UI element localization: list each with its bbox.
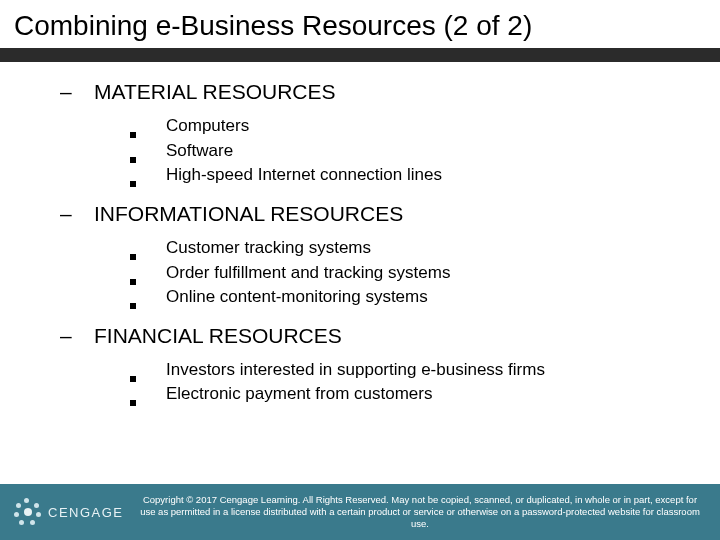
list-item: Electronic payment from customers [130, 382, 690, 407]
list-item-text: Online content-monitoring systems [166, 285, 428, 310]
cengage-starburst-icon [14, 498, 42, 526]
square-bullet-icon [130, 376, 136, 382]
sub-list: Customer tracking systems Order fulfillm… [60, 236, 690, 310]
square-bullet-icon [130, 303, 136, 309]
dash-bullet: – [60, 80, 94, 104]
section-heading: – FINANCIAL RESOURCES [60, 324, 690, 348]
brand-name: CENGAGE [48, 505, 124, 520]
section-heading-text: MATERIAL RESOURCES [94, 80, 336, 104]
list-item-text: Electronic payment from customers [166, 382, 432, 407]
list-item: Order fulfillment and tracking systems [130, 261, 690, 286]
list-item: Computers [130, 114, 690, 139]
dash-bullet: – [60, 324, 94, 348]
section-informational: – INFORMATIONAL RESOURCES Customer track… [60, 202, 690, 310]
list-item: High-speed Internet connection lines [130, 163, 690, 188]
square-bullet-icon [130, 157, 136, 163]
list-item: Software [130, 139, 690, 164]
title-underline [0, 48, 720, 62]
dash-bullet: – [60, 202, 94, 226]
list-item: Online content-monitoring systems [130, 285, 690, 310]
list-item: Customer tracking systems [130, 236, 690, 261]
content-area: – MATERIAL RESOURCES Computers Software … [0, 62, 720, 407]
list-item-text: Customer tracking systems [166, 236, 371, 261]
list-item-text: Computers [166, 114, 249, 139]
square-bullet-icon [130, 279, 136, 285]
section-heading-text: INFORMATIONAL RESOURCES [94, 202, 403, 226]
square-bullet-icon [130, 181, 136, 187]
square-bullet-icon [130, 400, 136, 406]
list-item-text: Software [166, 139, 233, 164]
section-heading: – MATERIAL RESOURCES [60, 80, 690, 104]
section-material: – MATERIAL RESOURCES Computers Software … [60, 80, 690, 188]
section-financial: – FINANCIAL RESOURCES Investors interest… [60, 324, 690, 407]
brand-logo: CENGAGE [0, 498, 130, 526]
sub-list: Computers Software High-speed Internet c… [60, 114, 690, 188]
section-heading-text: FINANCIAL RESOURCES [94, 324, 342, 348]
slide-title: Combining e-Business Resources (2 of 2) [0, 0, 720, 48]
sub-list: Investors interested in supporting e-bus… [60, 358, 690, 407]
square-bullet-icon [130, 254, 136, 260]
section-heading: – INFORMATIONAL RESOURCES [60, 202, 690, 226]
list-item: Investors interested in supporting e-bus… [130, 358, 690, 383]
list-item-text: High-speed Internet connection lines [166, 163, 442, 188]
square-bullet-icon [130, 132, 136, 138]
list-item-text: Investors interested in supporting e-bus… [166, 358, 545, 383]
title-area: Combining e-Business Resources (2 of 2) [0, 0, 720, 62]
footer-bar: CENGAGE Copyright © 2017 Cengage Learnin… [0, 484, 720, 540]
copyright-text: Copyright © 2017 Cengage Learning. All R… [130, 494, 720, 530]
list-item-text: Order fulfillment and tracking systems [166, 261, 450, 286]
